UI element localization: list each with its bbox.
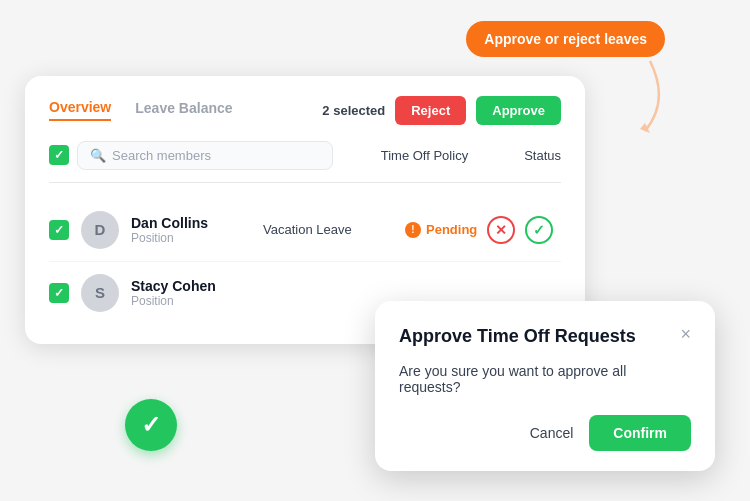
member-info: Dan Collins Position	[131, 215, 251, 245]
member-name: Dan Collins	[131, 215, 251, 231]
selected-count: 2 selected	[322, 103, 385, 118]
avatar: S	[81, 274, 119, 312]
approve-button[interactable]: Approve	[476, 96, 561, 125]
avatar: D	[81, 211, 119, 249]
approve-action-btn[interactable]: ✓	[525, 216, 553, 244]
reject-button[interactable]: Reject	[395, 96, 466, 125]
modal-close-button[interactable]: ×	[680, 325, 691, 343]
member-checkbox-1[interactable]	[49, 283, 69, 303]
member-position: Position	[131, 294, 251, 308]
tooltip-bubble: Approve or reject leaves	[466, 21, 665, 57]
member-checkbox-0[interactable]	[49, 220, 69, 240]
status-area: ! Pending ✕ ✓	[405, 216, 561, 244]
select-all-checkbox[interactable]	[49, 145, 69, 165]
cancel-button[interactable]: Cancel	[530, 425, 574, 441]
search-placeholder: Search members	[112, 148, 211, 163]
search-box[interactable]: 🔍 Search members	[77, 141, 333, 170]
column-time-off-policy: Time Off Policy	[381, 148, 468, 163]
modal-dialog: Approve Time Off Requests × Are you sure…	[375, 301, 715, 470]
modal-header: Approve Time Off Requests ×	[399, 325, 691, 348]
confirm-button[interactable]: Confirm	[589, 415, 691, 451]
modal-footer: Cancel Confirm	[399, 415, 691, 451]
status-dot: !	[405, 222, 421, 238]
member-info: Stacy Cohen Position	[131, 278, 251, 308]
modal-title: Approve Time Off Requests	[399, 325, 636, 348]
status-pending: ! Pending	[405, 222, 477, 238]
tab-leave-balance[interactable]: Leave Balance	[135, 100, 232, 120]
modal-body: Are you sure you want to approve all req…	[399, 363, 691, 395]
search-row: 🔍 Search members Time Off Policy Status	[49, 141, 561, 183]
time-off-policy: Vacation Leave	[263, 222, 393, 237]
column-status: Status	[524, 148, 561, 163]
tab-overview[interactable]: Overview	[49, 99, 111, 121]
member-position: Position	[131, 231, 251, 245]
tabs: Overview Leave Balance 2 selected Reject…	[49, 96, 561, 125]
success-checkmark: ✓	[125, 399, 177, 451]
member-name: Stacy Cohen	[131, 278, 251, 294]
search-icon: 🔍	[90, 148, 106, 163]
table-row: D Dan Collins Position Vacation Leave ! …	[49, 199, 561, 262]
reject-action-btn[interactable]: ✕	[487, 216, 515, 244]
